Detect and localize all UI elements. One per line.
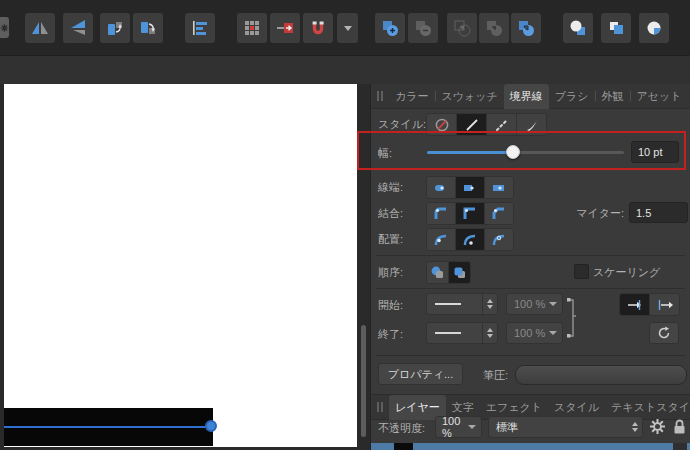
collapsed-tool-tab[interactable] xyxy=(0,17,9,38)
cap-round-button[interactable] xyxy=(427,177,456,198)
snap-options-dropdown[interactable] xyxy=(337,13,358,43)
arrange-front-icon xyxy=(569,19,587,37)
panel-grip-icon[interactable] xyxy=(377,91,383,101)
tab-stroke[interactable]: 境界線 xyxy=(504,84,549,109)
end-pressure-dropdown[interactable]: 100 % xyxy=(506,322,563,344)
pressure-profile-editor[interactable] xyxy=(515,365,687,385)
width-slider-track[interactable] xyxy=(427,151,624,154)
style-brush-button[interactable] xyxy=(517,114,546,135)
blend-mode-dropdown[interactable]: 標準 xyxy=(488,416,643,438)
order-front-button[interactable] xyxy=(449,262,470,283)
line-preview xyxy=(435,332,461,334)
tab-appearance[interactable]: 外観 xyxy=(596,84,630,109)
stepper-icon[interactable] xyxy=(482,294,497,314)
start-pressure-dropdown[interactable]: 100 % xyxy=(506,293,563,315)
document-canvas[interactable] xyxy=(4,84,357,447)
link-bracket-icon[interactable] xyxy=(566,297,578,339)
round-join-icon xyxy=(433,206,449,222)
style-label: スタイル: xyxy=(378,117,426,132)
boolean-intersect-icon xyxy=(453,19,471,37)
tab-swatches[interactable]: スウォッチ xyxy=(436,84,504,109)
layer-lock-button[interactable] xyxy=(672,418,687,439)
refresh-icon xyxy=(657,326,671,340)
start-arrowhead-dropdown[interactable] xyxy=(426,293,498,315)
vertical-scrollbar[interactable] xyxy=(361,325,366,437)
miter-input[interactable]: 1.5 xyxy=(629,202,688,223)
align-outside-button[interactable] xyxy=(485,229,513,250)
boolean-intersect-button[interactable] xyxy=(447,13,477,43)
join-group xyxy=(426,202,514,225)
panel-grip-icon[interactable] xyxy=(377,402,383,412)
arrow-start-button[interactable] xyxy=(620,294,650,315)
swap-arrows-button[interactable] xyxy=(649,322,679,344)
arrow-toggle-group xyxy=(619,293,680,316)
align-center-button[interactable] xyxy=(427,229,456,250)
arrow-end-button[interactable] xyxy=(650,294,679,315)
chevron-down-icon xyxy=(344,26,352,31)
rotate-ccw-button[interactable] xyxy=(100,13,130,43)
snap-pixel-button[interactable] xyxy=(270,13,300,43)
flip-horizontal-button[interactable] xyxy=(25,13,55,43)
arrange-forward-button[interactable] xyxy=(601,13,631,43)
artwork-path-line[interactable] xyxy=(4,426,213,428)
layer-list-item-selected[interactable] xyxy=(371,443,690,450)
opacity-dropdown[interactable]: 100 % xyxy=(435,416,482,438)
end-arrowhead-dropdown[interactable] xyxy=(426,322,498,344)
application-window: カラー スウォッチ 境界線 ブラシ 外観 アセット スタイル: xyxy=(0,0,690,450)
snap-grid-button[interactable] xyxy=(237,13,267,43)
align-center-icon xyxy=(433,232,449,248)
properties-button[interactable]: プロパティ... xyxy=(378,363,463,385)
style-dash-button[interactable] xyxy=(487,114,517,135)
cap-butt-button[interactable] xyxy=(456,177,485,198)
order-behind-button[interactable] xyxy=(427,262,449,283)
align-left-icon xyxy=(191,19,209,37)
path-node-handle[interactable] xyxy=(205,420,217,432)
arrow-right-icon xyxy=(656,299,674,311)
snap-magnet-button[interactable] xyxy=(303,13,333,43)
boolean-subtract-button[interactable] xyxy=(408,13,438,43)
join-bevel-button[interactable] xyxy=(485,203,513,224)
tab-assets[interactable]: アセット xyxy=(631,84,688,109)
layer-settings-button[interactable] xyxy=(649,418,666,439)
join-miter-button[interactable] xyxy=(456,203,485,224)
flip-vertical-button[interactable] xyxy=(63,13,93,43)
style-none-button[interactable] xyxy=(427,114,457,135)
align-inside-icon xyxy=(462,232,478,248)
scaling-checkbox[interactable] xyxy=(574,264,589,279)
cap-square-button[interactable] xyxy=(485,177,513,198)
width-slider-handle[interactable] xyxy=(506,145,520,159)
boolean-add-button[interactable] xyxy=(375,13,405,43)
arrow-right-tick-icon xyxy=(626,299,644,311)
order-label: 順序: xyxy=(378,265,403,280)
start-pressure-value: 100 % xyxy=(514,298,545,310)
join-round-button[interactable] xyxy=(427,203,456,224)
flip-vertical-icon xyxy=(69,19,87,37)
boolean-divide-button[interactable] xyxy=(511,13,541,43)
opacity-label: 不透明度: xyxy=(378,421,425,436)
layer-row-right-cell xyxy=(673,443,687,450)
boolean-xor-button[interactable] xyxy=(479,13,509,43)
tab-color[interactable]: カラー xyxy=(389,84,435,109)
tab-brushes[interactable]: ブラシ xyxy=(549,84,595,109)
boolean-subtract-icon xyxy=(414,19,432,37)
rotate-cw-button[interactable] xyxy=(133,13,163,43)
divider xyxy=(376,355,685,356)
start-label: 開始: xyxy=(378,298,403,313)
gear-icon xyxy=(649,418,666,435)
arrange-front-button[interactable] xyxy=(563,13,593,43)
arrange-inside-button[interactable] xyxy=(639,13,669,43)
bevel-join-icon xyxy=(491,206,507,222)
cap-label: 線端: xyxy=(378,180,403,195)
width-value-input[interactable]: 10 pt xyxy=(631,141,679,163)
align-inside-button[interactable] xyxy=(456,229,485,250)
style-solid-button[interactable] xyxy=(457,114,487,135)
canvas-region xyxy=(0,84,370,450)
lock-icon xyxy=(672,418,687,435)
chevron-down-icon xyxy=(549,331,557,335)
boolean-divide-icon xyxy=(517,19,535,37)
stepper-icon[interactable] xyxy=(482,323,497,343)
end-label: 終了: xyxy=(378,327,403,342)
end-pressure-value: 100 % xyxy=(514,327,545,339)
square-cap-icon xyxy=(491,181,507,195)
alignment-button[interactable] xyxy=(185,13,215,43)
